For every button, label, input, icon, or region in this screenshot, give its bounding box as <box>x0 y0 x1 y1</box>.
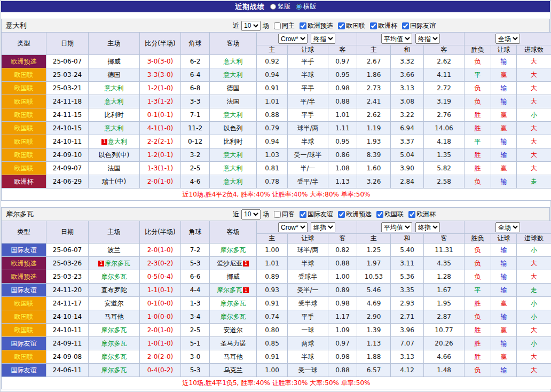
away-team-name: 圣马力诺 <box>221 340 246 347</box>
final-odds-select[interactable]: 终指 <box>311 222 335 232</box>
column-header: 主场 <box>89 33 140 55</box>
handicap-line: 平手 <box>288 55 328 68</box>
handicap-line: 受半球 <box>288 297 328 310</box>
recent-count-select[interactable]: 10 <box>241 209 261 219</box>
fulltime-select[interactable]: 全场 <box>495 34 520 44</box>
handicap-line: 半/一 <box>288 162 328 175</box>
home-team-name: 意大利 <box>105 84 124 92</box>
competition-filter-2[interactable]: 欧国联 <box>376 210 404 219</box>
home-odds: 1.01 <box>257 95 288 108</box>
result-goals: 小 <box>517 244 551 257</box>
competition-filter-1[interactable]: 欧国联 <box>338 21 365 30</box>
final-odds-select-2[interactable]: 终指 <box>415 222 440 232</box>
same-venue-filter[interactable]: 同客 <box>274 210 295 219</box>
sub-column-header: 和 <box>391 234 424 244</box>
average-select[interactable]: 平均值 <box>381 34 412 44</box>
competition-filter-0[interactable]: 国际友谊 <box>300 210 333 219</box>
competition-filter-3[interactable]: 国际友谊 <box>402 21 436 30</box>
competition-filter-0-checkbox[interactable] <box>300 22 306 29</box>
avg-draw-odds: 3.32 <box>391 55 424 68</box>
result-handicap: 赢 <box>491 324 517 337</box>
final-odds-select-2[interactable]: 终指 <box>415 34 440 44</box>
avg-draw-odds: 3.90 <box>391 162 424 175</box>
home-team-cell: 以色列(中) <box>89 148 140 162</box>
layout-vertical-option[interactable]: 竖版 <box>270 2 290 11</box>
avg-home-odds: 1.19 <box>357 122 391 135</box>
competition-filter-2-checkbox[interactable] <box>376 211 383 218</box>
recent-prefix-label: 近 <box>233 210 239 219</box>
fulltime-select[interactable]: 全场 <box>495 222 520 232</box>
same-venue-filter-checkbox[interactable] <box>274 211 281 218</box>
team-filter-bar: 意大利近10场同主欧洲预选欧国联欧洲杯国际友谊 <box>1 19 550 32</box>
match-score: 1-2(1-0) <box>140 82 181 95</box>
away-team-name: 摩尔多瓦 <box>221 246 246 254</box>
match-date: 25-03-21 <box>46 82 89 95</box>
avg-home-odds: 6.57 <box>357 364 391 377</box>
avg-away-odds: 1.95 <box>424 297 465 310</box>
result-goals: 走 <box>517 175 551 189</box>
column-header: 客场 <box>210 221 257 244</box>
final-odds-select[interactable]: 终指 <box>311 34 335 44</box>
competition-filter-3-checkbox[interactable] <box>408 211 415 218</box>
corner-count: 4-6 <box>181 175 210 189</box>
result-handicap: 赢 <box>491 122 517 135</box>
away-team-cell: 意大利 <box>210 148 257 162</box>
sub-column-header: 让球 <box>491 45 517 55</box>
competition-filter-1-checkbox[interactable] <box>338 22 345 29</box>
match-date: 25-03-23 <box>46 270 89 284</box>
avg-home-odds: 3.26 <box>357 175 391 189</box>
match-row: 国际友谊24-11-20直布罗陀1-1(0-1)4-4摩尔多瓦10.93受半/一… <box>2 284 551 297</box>
avg-draw-odds: 3.11 <box>391 257 424 270</box>
match-date: 24-11-20 <box>46 284 89 297</box>
competition-filter-1-checkbox[interactable] <box>338 211 345 218</box>
match-row: 欧洲预选25-03-23摩尔多瓦0-5(0-4)6-6挪威0.89受球半1.00… <box>2 270 551 284</box>
result-outcome: 负 <box>465 95 491 108</box>
match-date: 24-11-18 <box>46 95 89 108</box>
same-venue-filter-checkbox[interactable] <box>274 22 281 29</box>
match-score: 2-0(2-0) <box>140 350 181 364</box>
recent-count-select[interactable]: 10 <box>241 21 261 31</box>
competition-filter-0-checkbox[interactable] <box>300 211 306 218</box>
away-team-name: 乌克兰 <box>224 366 243 374</box>
bookmaker-select[interactable]: Crow* <box>278 222 308 232</box>
home-team-name: 以色列(中) <box>99 151 129 159</box>
average-select[interactable]: 平均值 <box>381 222 412 232</box>
home-team-cell: 摩尔多瓦 <box>89 324 140 337</box>
handicap-line: 受一球 <box>288 364 328 377</box>
away-team-cell: 摩尔多瓦 <box>210 297 257 310</box>
away-odds: 1.13 <box>328 175 357 189</box>
home-odds: 0.93 <box>257 284 288 297</box>
result-goals: 大 <box>517 162 551 175</box>
away-team-name: 法国 <box>227 98 240 105</box>
layout-horizontal-radio[interactable] <box>296 4 302 10</box>
result-handicap: 输 <box>491 244 517 257</box>
match-score: 2-0(1-0) <box>140 175 181 189</box>
match-score: 2-2(2-1) <box>140 135 181 148</box>
competition-filter-3[interactable]: 欧洲杯 <box>408 210 436 219</box>
away-team-cell: 法国 <box>210 95 257 108</box>
avg-draw-odds: 5.40 <box>391 244 424 257</box>
red-1-badge: 1 <box>98 261 104 266</box>
result-outcome: 胜 <box>465 337 491 350</box>
avg-draw-odds: 3.22 <box>391 108 424 122</box>
layout-horizontal-option[interactable]: 横版 <box>296 2 316 11</box>
competition-filter-0[interactable]: 欧洲预选 <box>300 21 333 30</box>
avg-away-odds: 5.82 <box>424 162 465 175</box>
competition-filter-3-checkbox[interactable] <box>402 22 409 29</box>
match-row: 欧国联24-11-17安道尔0-1(0-0)1-3摩尔多瓦0.91受半球0.98… <box>2 297 551 310</box>
competition-filter-2[interactable]: 欧洲杯 <box>370 21 397 30</box>
match-type-badge: 国际友谊 <box>2 244 46 257</box>
away-odds: 0.95 <box>328 135 357 148</box>
corner-count: 3-3 <box>181 95 210 108</box>
layout-vertical-radio[interactable] <box>270 4 276 10</box>
competition-filter-2-checkbox[interactable] <box>370 22 377 29</box>
avg-draw-odds: 2.71 <box>391 310 424 324</box>
avg-home-odds: 2.90 <box>357 310 391 324</box>
red-1-badge: 1 <box>243 287 249 293</box>
match-row: 欧国联25-03-21意大利1-2(1-0)6-8德国0.91平手0.982.7… <box>2 82 551 95</box>
column-header: 日期 <box>46 33 89 55</box>
competition-filter-1[interactable]: 欧洲预选 <box>338 210 372 219</box>
result-outcome: 负 <box>465 257 491 270</box>
same-venue-filter[interactable]: 同主 <box>274 21 295 30</box>
bookmaker-select[interactable]: Crow* <box>278 34 308 44</box>
